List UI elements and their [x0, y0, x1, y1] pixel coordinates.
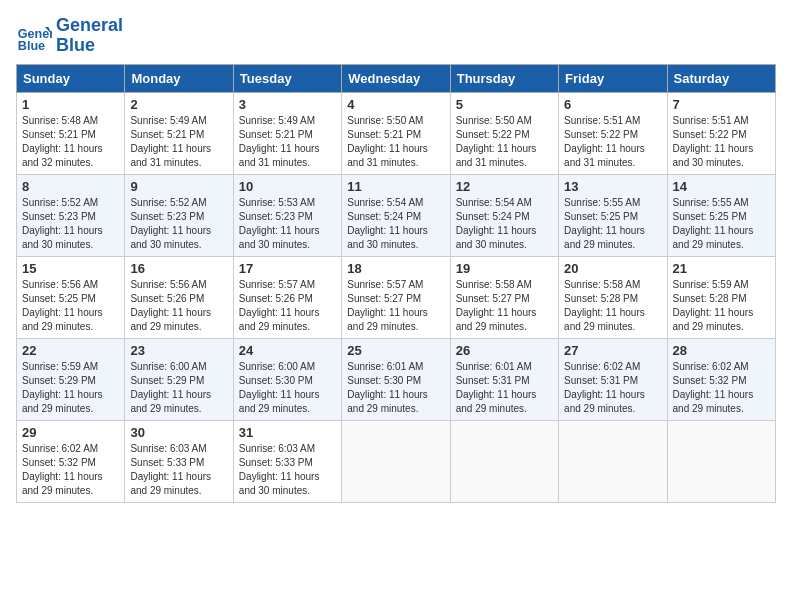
- calendar-cell: 31 Sunrise: 6:03 AM Sunset: 5:33 PM Dayl…: [233, 420, 341, 502]
- day-number: 19: [456, 261, 553, 276]
- day-info: Sunrise: 6:02 AM Sunset: 5:32 PM Dayligh…: [22, 442, 119, 498]
- day-number: 2: [130, 97, 227, 112]
- calendar-cell: 20 Sunrise: 5:58 AM Sunset: 5:28 PM Dayl…: [559, 256, 667, 338]
- day-info: Sunrise: 5:49 AM Sunset: 5:21 PM Dayligh…: [239, 114, 336, 170]
- day-info: Sunrise: 5:57 AM Sunset: 5:27 PM Dayligh…: [347, 278, 444, 334]
- calendar-week-row: 22 Sunrise: 5:59 AM Sunset: 5:29 PM Dayl…: [17, 338, 776, 420]
- day-number: 5: [456, 97, 553, 112]
- day-number: 22: [22, 343, 119, 358]
- day-number: 24: [239, 343, 336, 358]
- day-info: Sunrise: 5:59 AM Sunset: 5:28 PM Dayligh…: [673, 278, 770, 334]
- day-info: Sunrise: 5:57 AM Sunset: 5:26 PM Dayligh…: [239, 278, 336, 334]
- day-number: 12: [456, 179, 553, 194]
- calendar-cell: 16 Sunrise: 5:56 AM Sunset: 5:26 PM Dayl…: [125, 256, 233, 338]
- day-info: Sunrise: 5:58 AM Sunset: 5:28 PM Dayligh…: [564, 278, 661, 334]
- day-info: Sunrise: 5:56 AM Sunset: 5:25 PM Dayligh…: [22, 278, 119, 334]
- logo: General Blue General Blue: [16, 16, 123, 56]
- day-info: Sunrise: 6:02 AM Sunset: 5:32 PM Dayligh…: [673, 360, 770, 416]
- calendar-cell: 24 Sunrise: 6:00 AM Sunset: 5:30 PM Dayl…: [233, 338, 341, 420]
- weekday-header: Sunday: [17, 64, 125, 92]
- calendar-week-row: 8 Sunrise: 5:52 AM Sunset: 5:23 PM Dayli…: [17, 174, 776, 256]
- day-info: Sunrise: 6:00 AM Sunset: 5:29 PM Dayligh…: [130, 360, 227, 416]
- day-info: Sunrise: 5:54 AM Sunset: 5:24 PM Dayligh…: [456, 196, 553, 252]
- day-number: 9: [130, 179, 227, 194]
- day-number: 18: [347, 261, 444, 276]
- day-number: 14: [673, 179, 770, 194]
- calendar-cell: 30 Sunrise: 6:03 AM Sunset: 5:33 PM Dayl…: [125, 420, 233, 502]
- day-number: 26: [456, 343, 553, 358]
- calendar-cell: 13 Sunrise: 5:55 AM Sunset: 5:25 PM Dayl…: [559, 174, 667, 256]
- weekday-header: Thursday: [450, 64, 558, 92]
- logo-text: General Blue: [56, 16, 123, 56]
- calendar-header: SundayMondayTuesdayWednesdayThursdayFrid…: [17, 64, 776, 92]
- calendar-cell: 5 Sunrise: 5:50 AM Sunset: 5:22 PM Dayli…: [450, 92, 558, 174]
- calendar-cell: 29 Sunrise: 6:02 AM Sunset: 5:32 PM Dayl…: [17, 420, 125, 502]
- calendar-cell: 27 Sunrise: 6:02 AM Sunset: 5:31 PM Dayl…: [559, 338, 667, 420]
- calendar-cell: 23 Sunrise: 6:00 AM Sunset: 5:29 PM Dayl…: [125, 338, 233, 420]
- day-info: Sunrise: 5:53 AM Sunset: 5:23 PM Dayligh…: [239, 196, 336, 252]
- calendar-cell: 21 Sunrise: 5:59 AM Sunset: 5:28 PM Dayl…: [667, 256, 775, 338]
- day-info: Sunrise: 5:48 AM Sunset: 5:21 PM Dayligh…: [22, 114, 119, 170]
- calendar-cell: 17 Sunrise: 5:57 AM Sunset: 5:26 PM Dayl…: [233, 256, 341, 338]
- calendar-cell: 22 Sunrise: 5:59 AM Sunset: 5:29 PM Dayl…: [17, 338, 125, 420]
- page-header: General Blue General Blue: [16, 16, 776, 56]
- day-info: Sunrise: 5:51 AM Sunset: 5:22 PM Dayligh…: [564, 114, 661, 170]
- calendar-table: SundayMondayTuesdayWednesdayThursdayFrid…: [16, 64, 776, 503]
- day-info: Sunrise: 6:02 AM Sunset: 5:31 PM Dayligh…: [564, 360, 661, 416]
- day-number: 13: [564, 179, 661, 194]
- calendar-cell: 1 Sunrise: 5:48 AM Sunset: 5:21 PM Dayli…: [17, 92, 125, 174]
- calendar-cell: 3 Sunrise: 5:49 AM Sunset: 5:21 PM Dayli…: [233, 92, 341, 174]
- day-info: Sunrise: 5:50 AM Sunset: 5:22 PM Dayligh…: [456, 114, 553, 170]
- calendar-cell: 9 Sunrise: 5:52 AM Sunset: 5:23 PM Dayli…: [125, 174, 233, 256]
- calendar-cell: 28 Sunrise: 6:02 AM Sunset: 5:32 PM Dayl…: [667, 338, 775, 420]
- weekday-row: SundayMondayTuesdayWednesdayThursdayFrid…: [17, 64, 776, 92]
- calendar-cell: 6 Sunrise: 5:51 AM Sunset: 5:22 PM Dayli…: [559, 92, 667, 174]
- day-info: Sunrise: 5:58 AM Sunset: 5:27 PM Dayligh…: [456, 278, 553, 334]
- calendar-cell: 8 Sunrise: 5:52 AM Sunset: 5:23 PM Dayli…: [17, 174, 125, 256]
- calendar-cell: 25 Sunrise: 6:01 AM Sunset: 5:30 PM Dayl…: [342, 338, 450, 420]
- day-info: Sunrise: 5:55 AM Sunset: 5:25 PM Dayligh…: [564, 196, 661, 252]
- calendar-cell: 26 Sunrise: 6:01 AM Sunset: 5:31 PM Dayl…: [450, 338, 558, 420]
- day-number: 4: [347, 97, 444, 112]
- calendar-cell: 19 Sunrise: 5:58 AM Sunset: 5:27 PM Dayl…: [450, 256, 558, 338]
- weekday-header: Saturday: [667, 64, 775, 92]
- day-info: Sunrise: 6:01 AM Sunset: 5:30 PM Dayligh…: [347, 360, 444, 416]
- day-info: Sunrise: 5:54 AM Sunset: 5:24 PM Dayligh…: [347, 196, 444, 252]
- day-number: 23: [130, 343, 227, 358]
- day-info: Sunrise: 5:55 AM Sunset: 5:25 PM Dayligh…: [673, 196, 770, 252]
- day-info: Sunrise: 5:59 AM Sunset: 5:29 PM Dayligh…: [22, 360, 119, 416]
- day-number: 20: [564, 261, 661, 276]
- calendar-cell: 18 Sunrise: 5:57 AM Sunset: 5:27 PM Dayl…: [342, 256, 450, 338]
- day-number: 15: [22, 261, 119, 276]
- day-info: Sunrise: 5:56 AM Sunset: 5:26 PM Dayligh…: [130, 278, 227, 334]
- logo-icon: General Blue: [16, 18, 52, 54]
- calendar-cell: [342, 420, 450, 502]
- day-number: 8: [22, 179, 119, 194]
- day-number: 3: [239, 97, 336, 112]
- calendar-cell: 10 Sunrise: 5:53 AM Sunset: 5:23 PM Dayl…: [233, 174, 341, 256]
- day-number: 29: [22, 425, 119, 440]
- day-number: 21: [673, 261, 770, 276]
- day-info: Sunrise: 5:52 AM Sunset: 5:23 PM Dayligh…: [22, 196, 119, 252]
- day-number: 28: [673, 343, 770, 358]
- calendar-cell: [450, 420, 558, 502]
- calendar-cell: 15 Sunrise: 5:56 AM Sunset: 5:25 PM Dayl…: [17, 256, 125, 338]
- svg-text:Blue: Blue: [18, 39, 45, 53]
- day-info: Sunrise: 5:50 AM Sunset: 5:21 PM Dayligh…: [347, 114, 444, 170]
- day-number: 7: [673, 97, 770, 112]
- day-number: 27: [564, 343, 661, 358]
- calendar-week-row: 15 Sunrise: 5:56 AM Sunset: 5:25 PM Dayl…: [17, 256, 776, 338]
- calendar-cell: 11 Sunrise: 5:54 AM Sunset: 5:24 PM Dayl…: [342, 174, 450, 256]
- calendar-cell: 2 Sunrise: 5:49 AM Sunset: 5:21 PM Dayli…: [125, 92, 233, 174]
- calendar-cell: 4 Sunrise: 5:50 AM Sunset: 5:21 PM Dayli…: [342, 92, 450, 174]
- day-number: 17: [239, 261, 336, 276]
- calendar-cell: [667, 420, 775, 502]
- day-number: 31: [239, 425, 336, 440]
- calendar-week-row: 29 Sunrise: 6:02 AM Sunset: 5:32 PM Dayl…: [17, 420, 776, 502]
- calendar-body: 1 Sunrise: 5:48 AM Sunset: 5:21 PM Dayli…: [17, 92, 776, 502]
- weekday-header: Tuesday: [233, 64, 341, 92]
- day-info: Sunrise: 5:49 AM Sunset: 5:21 PM Dayligh…: [130, 114, 227, 170]
- day-info: Sunrise: 6:03 AM Sunset: 5:33 PM Dayligh…: [239, 442, 336, 498]
- day-number: 1: [22, 97, 119, 112]
- calendar-cell: [559, 420, 667, 502]
